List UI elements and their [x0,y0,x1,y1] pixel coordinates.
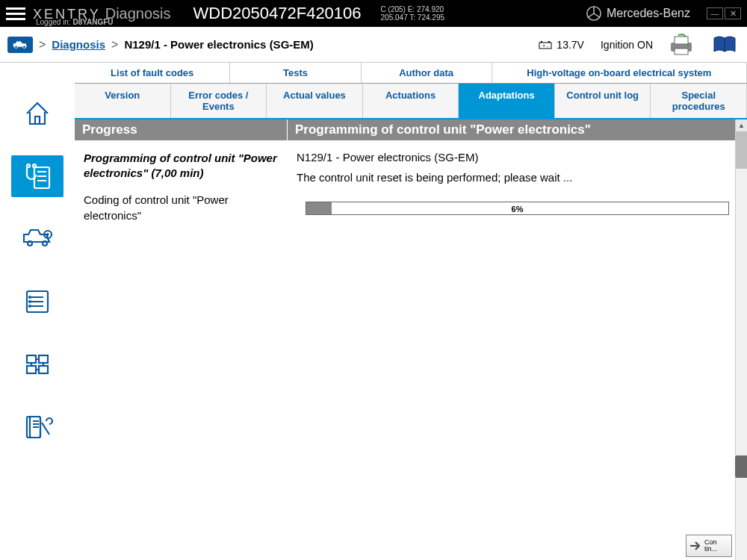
svg-rect-21 [27,355,36,363]
tab-author-data[interactable]: Author data [362,63,492,83]
tab-hv-system[interactable]: High-voltage on-board electrical system [492,63,747,83]
nav-service[interactable] [11,406,63,448]
svg-rect-8 [675,37,688,44]
svg-point-13 [33,164,36,167]
book-icon [711,34,738,56]
svg-point-12 [27,164,30,167]
svg-text:+ -: + - [542,43,549,49]
svg-point-20 [29,305,31,307]
svg-point-1 [15,45,18,48]
progress-panel-body: Programming of control unit "Power elect… [75,140,287,560]
print-button[interactable] [666,32,696,57]
svg-rect-4 [541,41,542,43]
login-info: Logged in: D8YANGFU [36,18,114,26]
nav-list[interactable] [11,281,63,323]
battery-icon: + - [539,40,554,50]
svg-rect-23 [27,366,36,373]
svg-rect-24 [39,366,48,373]
window-minimize[interactable]: — [707,7,723,19]
nav-home[interactable] [11,93,63,134]
svg-point-19 [29,301,31,302]
scroll-thumb[interactable] [736,131,747,169]
scroll-up-icon[interactable]: ▲ [736,119,747,131]
progress-panel: Progress Programming of control unit "Po… [75,119,288,560]
ecu-label: N129/1 - Power electronics (SG-EM) [297,151,738,164]
oem-badge: Mercedes-Benz [586,5,690,22]
breadcrumb-bar: > Diagnosis > N129/1 - Power electronics… [0,27,747,63]
tab-cu-log[interactable]: Control unit log [555,84,651,118]
progress-step: Coding of control unit "Power electronic… [84,192,278,223]
car-info-icon [21,224,54,254]
main-content: Progress Programming of control unit "Po… [75,119,747,560]
svg-point-18 [29,296,31,298]
detail-panel: Programming of control unit "Power elect… [288,119,747,560]
detail-panel-title: Programming of control unit "Power elect… [288,119,747,140]
svg-rect-5 [548,41,550,43]
list-icon [21,287,54,317]
tab-tests[interactable]: Tests [230,63,361,83]
nav-vehicle-info[interactable] [11,218,63,260]
continue-button[interactable]: Con tin... [686,535,732,557]
stethoscope-clipboard-icon [21,161,54,191]
window-controls: — ✕ [707,7,741,19]
side-nav [0,63,75,560]
breadcrumb-current: N129/1 - Power electronics (SG-EM) [124,38,313,51]
progress-bar: 6% [306,202,729,215]
detail-panel-body: N129/1 - Power electronics (SG-EM) The c… [288,140,747,560]
arrow-right-icon [689,541,701,551]
tab-fault-codes[interactable]: List of fault codes [75,63,230,83]
svg-point-15 [43,241,47,246]
svg-point-10 [687,44,689,46]
title-bar: XENTRY Diagnosis Logged in: D8YANGFU WDD… [0,0,747,27]
side-grip[interactable] [735,455,747,478]
menu-button[interactable] [6,4,25,23]
secondary-tabs: Version Error codes / Events Actual valu… [75,84,747,119]
tab-actual-values[interactable]: Actual values [267,84,363,118]
vin: WDD2050472F420106 [193,4,362,23]
tab-special[interactable]: Special procedures [651,84,747,118]
ignition-status: Ignition ON [601,39,653,51]
document-wrench-icon [21,412,54,442]
primary-tabs: List of fault codes Tests Author data Hi… [75,63,747,84]
tab-adaptations[interactable]: Adaptations [459,84,555,118]
progress-panel-title: Progress [75,119,287,140]
breadcrumb-sep: > [39,38,46,52]
progress-step-active: Programming of control unit "Power elect… [84,151,278,180]
tab-version[interactable]: Version [75,84,171,118]
progress-bar-text: 6% [306,202,728,216]
continue-label: Con tin... [704,539,717,553]
window-close[interactable]: ✕ [725,7,741,19]
brand-sub: Diagnosis [105,5,171,22]
svg-rect-9 [675,49,688,55]
printer-icon [668,34,695,56]
home-icon [21,99,54,128]
tab-errors[interactable]: Error codes / Events [171,84,267,118]
nav-diagnosis[interactable] [11,155,63,197]
nav-modules[interactable] [11,343,63,385]
modules-icon [21,349,54,379]
mercedes-star-icon [586,5,602,22]
battery-voltage: + - 13.7V [539,39,584,51]
tab-actuations[interactable]: Actuations [363,84,459,118]
scrollbar[interactable]: ▲ [735,119,747,560]
breadcrumb-root[interactable]: Diagnosis [52,38,105,51]
svg-rect-22 [39,355,48,363]
svg-rect-11 [34,167,49,188]
vehicle-codes: C (205) E: 274.920 205.047 T: 724.295 [381,5,444,22]
svg-point-14 [28,241,32,246]
help-button[interactable] [710,32,740,57]
vehicle-icon[interactable] [7,37,33,53]
svg-point-2 [23,45,26,48]
status-text: The control unit reset is being performe… [297,171,738,184]
